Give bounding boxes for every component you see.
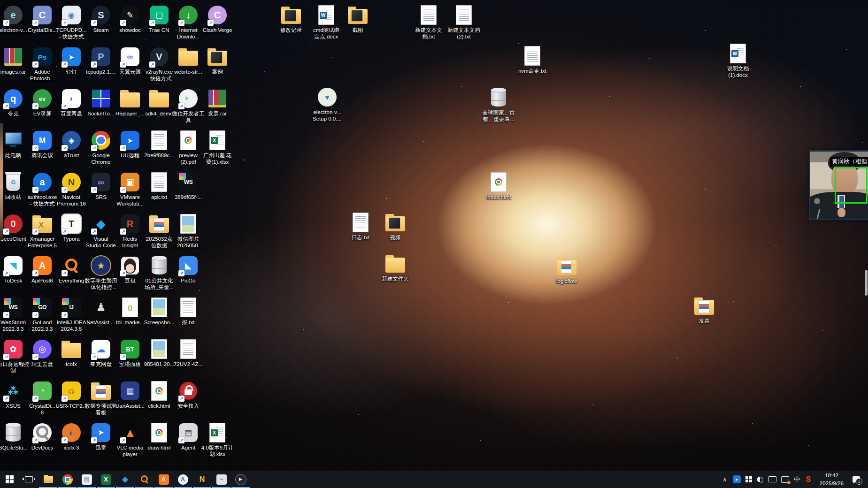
icon-anquan-jieru-label: 安全接入	[177, 403, 199, 409]
icon-rizhi-txt-label: 日志.txt	[352, 234, 369, 241]
file-explorer-icon	[44, 476, 53, 483]
tray-network-icon[interactable]	[768, 476, 776, 482]
taskbar-excel[interactable]: X	[96, 471, 115, 488]
icon-ev-luping-glyph: ev	[31, 88, 54, 109]
icon-xiugai-jilu-folder[interactable]: 修改记录	[273, 5, 309, 33]
icon-quanqiu-guojia-db[interactable]: 全球国家、首 都、重要岛...	[481, 87, 516, 122]
icon-electron-setup[interactable]: ▼electron-v... Setup 0.0....	[309, 87, 345, 122]
shortcut-arrow-icon	[3, 396, 9, 402]
icon-internet-download-manager-glyph: ↓	[177, 5, 200, 25]
shortcut-arrow-icon	[91, 145, 97, 151]
right-edge-scrollbar[interactable]	[865, 270, 868, 296]
tray-input-app-icon[interactable]: ➤	[733, 475, 741, 483]
icon-anli-folder[interactable]: 案例	[200, 46, 235, 75]
icon-redis-insight-glyph: R	[119, 214, 141, 234]
show-desktop-button[interactable]	[865, 471, 868, 488]
taskbar-apipost[interactable]: A	[154, 471, 173, 488]
icon-shuoming-docx-label: 说明文档 (1).docx	[727, 65, 749, 78]
task-view-button[interactable]	[19, 471, 38, 488]
icon-agent-glyph: ▤	[177, 422, 200, 443]
shortcut-arrow-icon	[61, 312, 68, 318]
taskbar-vscode[interactable]: ◆	[115, 471, 135, 488]
icon-72uv2-note[interactable]: 72UV2-4Z...	[170, 339, 206, 367]
icon-vlc-label: VLC media player	[117, 444, 144, 458]
taskbar-empty-area[interactable]	[250, 471, 718, 488]
icon-agent-label: Agent	[181, 444, 195, 451]
icon-guangzhou-chucai-xlsx[interactable]: X广州出差 花 费(1).xlsx	[200, 130, 235, 165]
icon-shuoming-docx[interactable]: W说明文档 (1).docx	[720, 43, 756, 78]
shortcut-arrow-icon	[149, 20, 155, 26]
icon-devdocs-label: DevDocs	[31, 444, 54, 451]
icon-intellij-idea-glyph: IJ	[60, 297, 83, 318]
icon-cmd-test-docx[interactable]: Wcmd测试绑 定点.docx	[308, 5, 344, 40]
icon-tencent-meeting-glyph: M	[31, 130, 54, 151]
icon-new-text-document[interactable]: 新建文本文 档.txt	[411, 5, 446, 40]
icon-rizhi-txt[interactable]: 日志.txt	[343, 212, 378, 241]
icon-picgo-glyph: ◣	[177, 255, 200, 276]
desktop[interactable]: eelectron-v...CCrystalDis...◉TCPUDPD... …	[0, 0, 868, 488]
icon-crystaldiskinfo-label: CrystalDis...	[28, 27, 57, 33]
icon-picgo[interactable]: ◣PicGo	[170, 255, 206, 284]
icon-anquan-jieru-glyph	[177, 381, 200, 401]
icon-atrust-label: aTrust	[64, 152, 79, 159]
icon-screenshot-img-label: Screensho...	[144, 319, 175, 326]
icon-wechat-image[interactable]: 微信图片 _2025050...	[170, 214, 206, 249]
icon-logicflow-folder[interactable]: logicflow	[549, 256, 584, 284]
taskbar-file-explorer[interactable]	[38, 471, 58, 488]
face-recognition-window[interactable]: 黄润秋（相似	[809, 150, 868, 220]
icon-01-gonggong-db-label: 01公共文化 场所_矢量...	[145, 277, 174, 290]
icon-fapiao-folder[interactable]: 发票	[686, 296, 722, 324]
shortcut-arrow-icon	[61, 187, 68, 193]
icon-40-version-xlsx[interactable]: X4.0版本9月计 划.xlsx	[200, 422, 235, 458]
icon-clash-verge[interactable]: CClash Verge	[200, 5, 235, 33]
taskbar-clock[interactable]: 18:42 2025/9/26	[815, 471, 848, 488]
icon-new-text-document-2[interactable]: 新建文本文档 (2).txt	[446, 5, 482, 40]
icon-shipin-folder[interactable]: 视频	[377, 212, 413, 241]
icon-index-html[interactable]: index.html	[481, 172, 516, 200]
shortcut-arrow-icon	[91, 437, 97, 443]
tray-cast-icon[interactable]	[781, 476, 789, 483]
icon-jietu-folder-label: 截图	[353, 27, 363, 33]
icon-wechat-image-glyph	[177, 214, 200, 234]
taskbar-navicat-icon: N	[197, 474, 207, 485]
icon-389df65f-ws[interactable]: WS389df65f-...	[170, 172, 206, 200]
tray-ime-zh[interactable]: 中	[794, 475, 800, 484]
taskbar-system-monitor[interactable]: ~	[212, 471, 231, 488]
icon-xsus-glyph: ⁂	[2, 381, 24, 401]
shortcut-arrow-icon	[120, 437, 126, 443]
taskbar-media-player[interactable]: ▶	[231, 471, 250, 488]
icon-nvm-cmd-txt[interactable]: nvm命令.txt	[515, 46, 550, 74]
taskbar-media-player-icon: ▶	[235, 474, 246, 485]
shortcut-arrow-icon	[32, 103, 38, 109]
icon-images-rar-label: images.rar	[0, 69, 26, 75]
icon-quark-glyph: q	[2, 88, 24, 109]
tray-grid-icon[interactable]	[745, 476, 752, 483]
start-button[interactable]	[0, 471, 19, 488]
tray-expand-chevron[interactable]: ∧	[722, 476, 728, 483]
taskbar-compass-a-app[interactable]: A	[173, 471, 192, 488]
icon-bao-txt[interactable]: 报.txt	[170, 297, 206, 326]
icon-new-folder[interactable]: 新建文件夹	[377, 253, 413, 282]
icon-fapiao-rar[interactable]: 发票.rar	[200, 88, 235, 117]
icon-this-pc-glyph	[2, 130, 24, 151]
icon-shuzi-luansheng-badge-glyph: ★	[90, 255, 112, 276]
taskbar-notepad[interactable]: ▤	[77, 471, 96, 488]
tray-sogou-icon[interactable]: S	[805, 475, 812, 484]
taskbar-everything-search[interactable]	[135, 471, 154, 488]
icon-389df65f-ws-label: 389df65f-...	[175, 194, 202, 200]
icon-doubao-label: 豆包	[125, 277, 136, 284]
icon-bao-txt-glyph	[177, 297, 200, 318]
icon-anquan-jieru[interactable]: 安全接入	[170, 381, 206, 409]
action-center-button[interactable]: 1	[848, 471, 865, 488]
taskbar-navicat[interactable]: N	[192, 471, 212, 488]
shortcut-arrow-icon	[61, 396, 68, 402]
icon-fapiao-folder-glyph	[693, 296, 715, 316]
partially-offscreen-window-left[interactable]	[0, 123, 3, 240]
icon-jietu-folder[interactable]: 截图	[340, 5, 376, 33]
icon-fapiao-folder-label: 发票	[699, 318, 710, 324]
icon-sqlitestudio-label: SQLiteStu...	[0, 444, 28, 451]
icon-adobe-photoshop-label: Adobe Photosh...	[30, 69, 54, 82]
icon-quark-netdisk-glyph: ☁	[90, 339, 112, 359]
taskbar-chrome[interactable]	[58, 471, 77, 488]
tray-volume-icon[interactable]	[757, 477, 764, 482]
